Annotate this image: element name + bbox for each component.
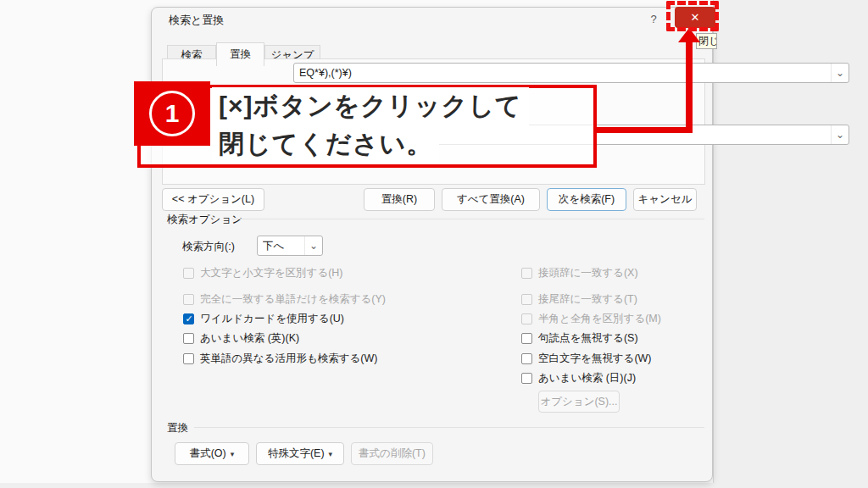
annotation-arrow-horizontal [593, 127, 692, 133]
search-options-divider [232, 219, 704, 219]
search-direction-select[interactable]: 下へ ⌄ [257, 236, 323, 256]
fuzzy-options-button[interactable]: オプション(S)... [538, 391, 620, 413]
annotation-arrow-vertical [686, 42, 693, 133]
menu-arrow-icon: ▾ [231, 450, 235, 458]
checkbox-label: ワイルドカードを使用する(U) [200, 312, 344, 326]
checkbox-label: あいまい検索 (英)(K) [200, 331, 299, 346]
checkbox-icon [521, 333, 532, 344]
annotation-step-badge: 1 [134, 81, 210, 146]
checkbox-icon [521, 353, 532, 364]
checkbox-label: 半角と全角を区別する(M) [538, 312, 661, 326]
replace-button[interactable]: 置換(R) [364, 188, 435, 211]
checkbox-sounds-like-ja[interactable]: あいまい検索 (日)(J) [521, 371, 636, 385]
checkbox-icon [521, 294, 532, 305]
special-char-menu-button[interactable]: 特殊文字(E)▾ [256, 442, 344, 465]
annotation-text-line1: [×]ボタンをクリックして [212, 87, 529, 125]
checkbox-ignore-whitespace[interactable]: 空白文字を無視する(W) [521, 352, 652, 366]
replace-all-button[interactable]: すべて置換(A) [442, 188, 540, 211]
outside-bottom-area [0, 483, 868, 488]
checkbox-use-wildcards[interactable]: ワイルドカードを使用する(U) [183, 312, 344, 326]
checkbox-match-width[interactable]: 半角と全角を区別する(M) [521, 312, 661, 326]
checkbox-label: 句読点を無視する(S) [538, 331, 638, 346]
tab-replace[interactable]: 置換 [216, 42, 264, 66]
options-toggle-button[interactable]: << オプション(L) [162, 188, 264, 211]
chevron-down-icon[interactable]: ⌄ [831, 64, 849, 82]
checkbox-label: 完全に一致する単語だけを検索する(Y) [200, 292, 386, 307]
checkbox-label: 接頭辞に一致する(X) [538, 266, 638, 280]
search-direction-label: 検索方向(:) [182, 240, 235, 254]
checkbox-word-forms[interactable]: 英単語の異なる活用形も検索する(W) [183, 352, 377, 366]
search-direction-value: 下へ [263, 239, 284, 253]
checkbox-icon [521, 268, 532, 279]
checkbox-icon [183, 333, 194, 344]
page-background: 検索と置換 ? ✕ 検索 置換 ジャンプ 検索する文字列(N): EQ*¥),(… [0, 0, 868, 488]
help-button[interactable]: ? [643, 9, 665, 28]
close-button-highlight [666, 1, 719, 31]
find-replace-dialog: 検索と置換 ? ✕ 検索 置換 ジャンプ 検索する文字列(N): EQ*¥),(… [151, 7, 713, 482]
checkbox-match-suffix[interactable]: 接尾辞に一致する(T) [521, 292, 637, 307]
replace-group-divider [194, 427, 704, 428]
checkbox-match-prefix[interactable]: 接頭辞に一致する(X) [521, 266, 638, 280]
checkbox-label: 大文字と小文字を区別する(H) [200, 266, 343, 280]
format-menu-button[interactable]: 書式(O)▾ [175, 442, 249, 465]
find-next-button[interactable]: 次を検索(F) [547, 188, 626, 211]
chevron-down-icon[interactable]: ⌄ [831, 125, 849, 144]
dialog-title: 検索と置換 [169, 13, 224, 28]
search-text-combobox[interactable]: EQ*¥),(*)¥) ⌄ [293, 63, 849, 83]
checkbox-label: あいまい検索 (日)(J) [538, 371, 636, 385]
replace-group-label: 置換 [167, 421, 188, 435]
search-text-value: EQ*¥),(*)¥) [299, 67, 352, 79]
checkbox-icon [183, 294, 194, 305]
checkbox-whole-words[interactable]: 完全に一致する単語だけを検索する(Y) [183, 292, 386, 307]
menu-arrow-icon: ▾ [329, 450, 333, 458]
checkbox-ignore-punct[interactable]: 句読点を無視する(S) [521, 331, 638, 346]
checkbox-icon [183, 268, 194, 279]
search-options-group-label: 検索オプション [167, 213, 242, 227]
checkbox-icon [183, 353, 194, 364]
clear-format-button[interactable]: 書式の削除(T) [351, 442, 433, 465]
cancel-button[interactable]: キャンセル [633, 188, 697, 211]
checkbox-label: 英単語の異なる活用形も検索する(W) [200, 352, 377, 366]
checkbox-label: 接尾辞に一致する(T) [538, 292, 637, 307]
checkbox-sounds-like-en[interactable]: あいまい検索 (英)(K) [183, 331, 299, 346]
checkbox-checked-icon [183, 313, 194, 324]
special-char-menu-label: 特殊文字(E) [268, 446, 325, 461]
annotation-text-line2: 閉じてください。 [212, 125, 439, 164]
checkbox-match-case[interactable]: 大文字と小文字を区別する(H) [183, 266, 343, 280]
chevron-down-icon[interactable]: ⌄ [304, 236, 322, 255]
checkbox-label: 空白文字を無視する(W) [538, 352, 652, 366]
step-number: 1 [149, 91, 195, 136]
checkbox-icon [521, 373, 532, 384]
format-menu-label: 書式(O) [190, 446, 226, 461]
checkbox-icon [521, 313, 532, 324]
